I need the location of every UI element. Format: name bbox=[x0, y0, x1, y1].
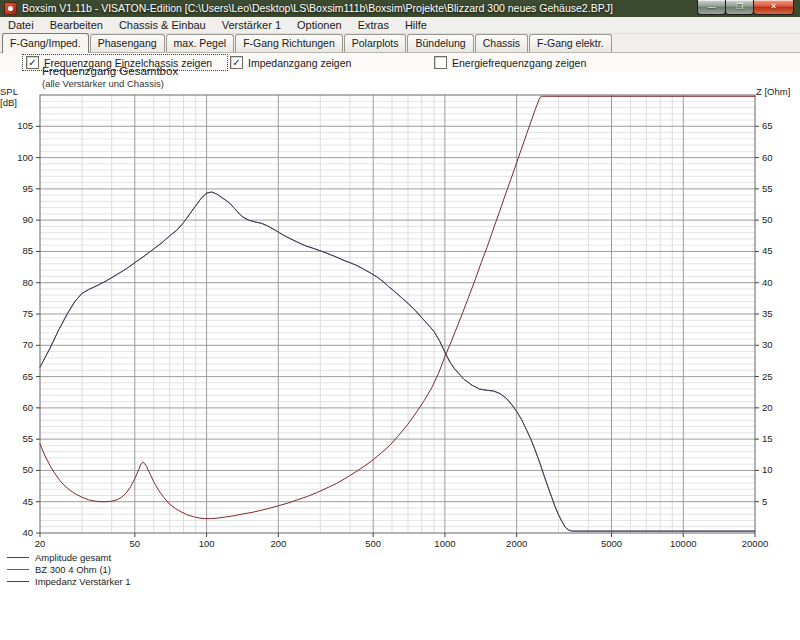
svg-text:20000: 20000 bbox=[742, 538, 768, 549]
svg-text:90: 90 bbox=[22, 214, 33, 225]
svg-text:60: 60 bbox=[762, 152, 773, 163]
svg-text:35: 35 bbox=[762, 308, 773, 319]
tab-polarplots[interactable]: Polarplots bbox=[344, 34, 407, 52]
tab-f-gang-richtungen[interactable]: F-Gang Richtungen bbox=[235, 34, 343, 52]
minimize-icon: — bbox=[708, 2, 716, 11]
svg-text:45: 45 bbox=[22, 496, 33, 507]
chart-legend: Amplitude gesamtBZ 300 4 Ohm (1)Impedanz… bbox=[7, 551, 131, 587]
svg-text:15: 15 bbox=[762, 433, 773, 444]
menu-item-bearbeiten[interactable]: Bearbeiten bbox=[42, 17, 111, 33]
svg-text:95: 95 bbox=[22, 183, 33, 194]
app-icon bbox=[4, 2, 17, 15]
svg-text:30: 30 bbox=[762, 339, 773, 350]
tab-chassis[interactable]: Chassis bbox=[475, 34, 528, 52]
svg-text:85: 85 bbox=[22, 245, 33, 256]
svg-text:200: 200 bbox=[270, 538, 286, 549]
svg-text:20: 20 bbox=[762, 402, 773, 413]
svg-text:10: 10 bbox=[762, 464, 773, 475]
maximize-button[interactable]: ❐ bbox=[725, 0, 754, 15]
legend-label: BZ 300 4 Ohm (1) bbox=[35, 564, 111, 575]
axis-ticks-and-labels: 4045505560657075808590951001055101520253… bbox=[17, 120, 772, 549]
tab-bündelung[interactable]: Bündelung bbox=[407, 34, 473, 52]
svg-text:65: 65 bbox=[762, 120, 773, 131]
checked-checkbox-icon[interactable]: ✓ bbox=[26, 56, 39, 69]
svg-text:80: 80 bbox=[22, 277, 33, 288]
tab-bar: F-Gang/Imped.Phasengangmax. PegelF-Gang … bbox=[0, 34, 800, 53]
svg-text:75: 75 bbox=[22, 308, 33, 319]
legend-label: Impedanz Verstärker 1 bbox=[35, 576, 131, 587]
svg-text:105: 105 bbox=[17, 120, 33, 131]
checkbox-label: Impedanzgang zeigen bbox=[248, 57, 351, 69]
legend-item-amplitude-gesamt: Amplitude gesamt bbox=[7, 551, 131, 563]
close-icon: ✕ bbox=[770, 2, 777, 11]
menu-item-verstärker-1[interactable]: Verstärker 1 bbox=[214, 17, 289, 33]
menu-item-datei[interactable]: Datei bbox=[0, 17, 42, 33]
menu-item-optionen[interactable]: Optionen bbox=[289, 17, 350, 33]
svg-text:2000: 2000 bbox=[506, 538, 527, 549]
tab-f-gang-imped[interactable]: F-Gang/Imped. bbox=[2, 33, 89, 53]
checkbox-energiefrequenzgang-zeigen[interactable]: Energiefrequenzgang zeigen bbox=[431, 55, 589, 70]
legend-item-bz-300-4-ohm-1: BZ 300 4 Ohm (1) bbox=[7, 563, 131, 575]
svg-text:50: 50 bbox=[130, 538, 141, 549]
boxsim-window: Boxsim V1.11b - VISATON-Edition [C:\User… bbox=[0, 0, 800, 640]
menu-bar: DateiBearbeitenChassis & EinbauVerstärke… bbox=[0, 17, 800, 34]
window-title: Boxsim V1.11b - VISATON-Edition [C:\User… bbox=[22, 0, 698, 17]
maximize-icon: ❐ bbox=[736, 2, 743, 11]
svg-text:45: 45 bbox=[762, 245, 773, 256]
svg-text:40: 40 bbox=[22, 527, 33, 538]
tab-f-gang-elektr[interactable]: F-Gang elektr. bbox=[529, 34, 612, 52]
series-amplitude-gesamt bbox=[40, 192, 755, 531]
svg-text:40: 40 bbox=[762, 277, 773, 288]
checkbox-impedanzgang-zeigen[interactable]: ✓Impedanzgang zeigen bbox=[227, 55, 425, 70]
svg-text:100: 100 bbox=[17, 152, 33, 163]
title-bar: Boxsim V1.11b - VISATON-Edition [C:\User… bbox=[0, 0, 800, 17]
svg-text:50: 50 bbox=[22, 464, 33, 475]
svg-text:50: 50 bbox=[762, 214, 773, 225]
legend-line-icon bbox=[7, 569, 29, 570]
svg-text:60: 60 bbox=[22, 402, 33, 413]
svg-text:65: 65 bbox=[22, 371, 33, 382]
chart-area: Frequenzgang Gesamtbox (alle Verstärker … bbox=[0, 72, 800, 640]
minimize-button[interactable]: — bbox=[697, 0, 726, 15]
window-controls: —❐✕ bbox=[698, 0, 794, 15]
checked-checkbox-icon[interactable]: ✓ bbox=[230, 56, 243, 69]
series-bz-300-4-ohm-1 bbox=[40, 192, 755, 531]
legend-label: Amplitude gesamt bbox=[35, 552, 111, 563]
svg-text:55: 55 bbox=[762, 183, 773, 194]
svg-text:1000: 1000 bbox=[434, 538, 455, 549]
svg-text:5: 5 bbox=[762, 496, 767, 507]
close-button[interactable]: ✕ bbox=[753, 0, 794, 15]
legend-item-impedanz-verstärker-1: Impedanz Verstärker 1 bbox=[7, 575, 131, 587]
legend-line-icon bbox=[7, 581, 29, 582]
tab-phasengang[interactable]: Phasengang bbox=[90, 34, 165, 52]
svg-text:5000: 5000 bbox=[601, 538, 622, 549]
legend-line-icon bbox=[7, 557, 29, 558]
svg-text:500: 500 bbox=[365, 538, 381, 549]
menu-item-chassis-einbau[interactable]: Chassis & Einbau bbox=[111, 17, 214, 33]
svg-text:10000: 10000 bbox=[670, 538, 696, 549]
svg-text:100: 100 bbox=[199, 538, 215, 549]
menu-item-extras[interactable]: Extras bbox=[350, 17, 397, 33]
checkbox-label: Energiefrequenzgang zeigen bbox=[452, 57, 586, 69]
svg-text:25: 25 bbox=[762, 371, 773, 382]
unchecked-checkbox-icon[interactable] bbox=[434, 56, 447, 69]
svg-text:20: 20 bbox=[35, 538, 46, 549]
svg-text:70: 70 bbox=[22, 339, 33, 350]
menu-item-hilfe[interactable]: Hilfe bbox=[397, 17, 435, 33]
svg-text:55: 55 bbox=[22, 433, 33, 444]
tab-max-pegel[interactable]: max. Pegel bbox=[166, 34, 235, 52]
